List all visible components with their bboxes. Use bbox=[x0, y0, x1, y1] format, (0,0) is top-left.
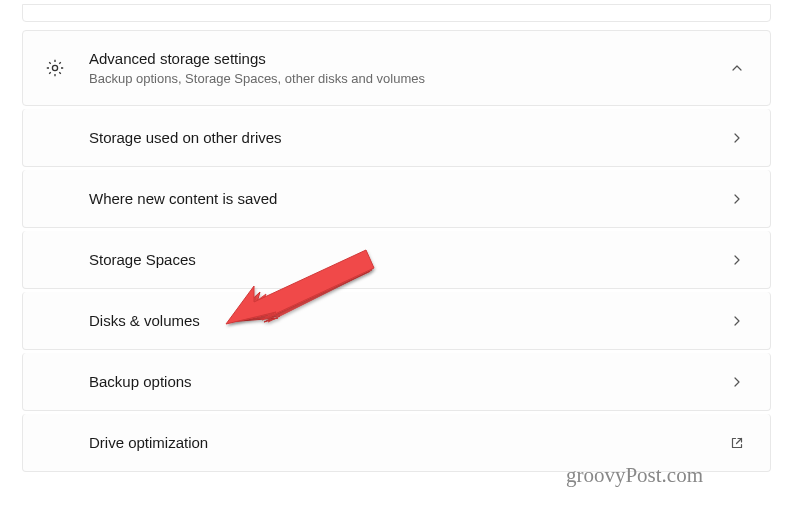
svg-point-0 bbox=[52, 66, 57, 71]
chevron-up-icon bbox=[730, 61, 744, 75]
header-text-block: Advanced storage settings Backup options… bbox=[89, 49, 730, 87]
chevron-right-icon bbox=[730, 192, 744, 206]
header-subtitle: Backup options, Storage Spaces, other di… bbox=[89, 71, 730, 88]
item-disks-and-volumes[interactable]: Disks & volumes bbox=[22, 292, 771, 350]
item-label: Where new content is saved bbox=[89, 190, 730, 207]
item-backup-options[interactable]: Backup options bbox=[22, 353, 771, 411]
header-title: Advanced storage settings bbox=[89, 49, 730, 69]
item-label: Disks & volumes bbox=[89, 312, 730, 329]
item-drive-optimization[interactable]: Drive optimization bbox=[22, 414, 771, 472]
chevron-right-icon bbox=[730, 131, 744, 145]
item-storage-used-other-drives[interactable]: Storage used on other drives bbox=[22, 109, 771, 167]
chevron-right-icon bbox=[730, 375, 744, 389]
chevron-right-icon bbox=[730, 253, 744, 267]
chevron-right-icon bbox=[730, 314, 744, 328]
item-label: Backup options bbox=[89, 373, 730, 390]
item-label: Storage Spaces bbox=[89, 251, 730, 268]
panel-stub-above bbox=[22, 4, 771, 22]
item-where-new-content-saved[interactable]: Where new content is saved bbox=[22, 170, 771, 228]
item-storage-spaces[interactable]: Storage Spaces bbox=[22, 231, 771, 289]
external-link-icon bbox=[730, 436, 744, 450]
advanced-storage-settings-header[interactable]: Advanced storage settings Backup options… bbox=[22, 30, 771, 106]
gear-icon bbox=[45, 58, 65, 78]
item-label: Drive optimization bbox=[89, 434, 730, 451]
item-label: Storage used on other drives bbox=[89, 129, 730, 146]
